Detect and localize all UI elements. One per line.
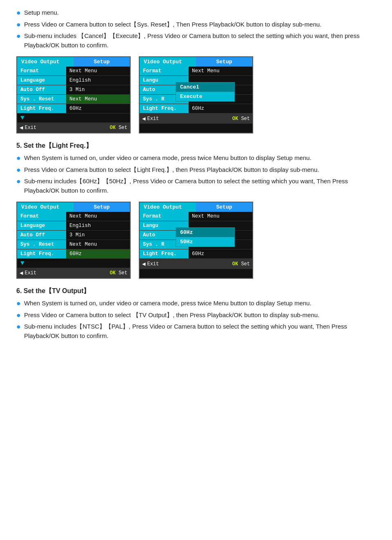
- section-6-heading: 6. Set the【TV Output】: [16, 287, 376, 296]
- cam-footer-lfr: ◀ Exit OK Set: [140, 259, 252, 269]
- cam-body-lf-r: Format Next Menu Langu Auto Sys . R nu L…: [140, 212, 252, 259]
- bullet-lf-2-text: Press Video or Camera button to select【L…: [24, 165, 376, 175]
- cam-cell-format-label: Format: [17, 67, 66, 76]
- cam-row-lf-lfl: Light Freq. 60Hz: [17, 249, 130, 259]
- bullet-lf-2: ● Press Video or Camera button to select…: [16, 165, 376, 175]
- section-5-title: Set the【Light Freq.】: [24, 142, 92, 149]
- bullet-lf-1-text: When System is turned on, under video or…: [24, 153, 376, 163]
- tv-output-section: 6. Set the【TV Output】 ● When System is t…: [16, 287, 376, 340]
- cam-set-label-lfr: Set: [241, 261, 250, 267]
- cam-header-video-output-r: Video Output: [140, 57, 196, 67]
- cam-row-light-freq: Light Freq. 60Hz: [17, 104, 130, 113]
- bullet-tv-3-text: Sub-menu includes【NTSC】【PAL】, Press Vide…: [24, 322, 376, 340]
- cam-down-arrow-lfl: ▼: [20, 260, 24, 267]
- cam-ui-lf-left: Video Output Setup Format Next Menu Lang…: [16, 202, 131, 279]
- cam-cell-lf-val-lfr: 60Hz: [189, 249, 252, 258]
- cam-cell-autooff-value: 3 Min: [66, 85, 130, 94]
- bullet-setup-menu-text: Setup menu.: [24, 8, 376, 18]
- dropdown-item-cancel[interactable]: Cancel: [176, 82, 234, 92]
- bullet-icon: ●: [16, 9, 21, 17]
- bullet-press-video: ● Press Video or Camera button to select…: [16, 20, 376, 29]
- cam-ok-button[interactable]: OK Set: [110, 125, 127, 131]
- cam-header-setup-r: Setup: [196, 57, 252, 67]
- sys-reset-dropdown[interactable]: Cancel Execute: [176, 82, 235, 102]
- cam-row-lf-lfr: Light Freq. 60Hz: [140, 249, 252, 259]
- bullet-tv-1-text: When System is turned on, under video or…: [24, 299, 376, 308]
- cam-cell-auto-lfl: Auto Off: [17, 231, 66, 240]
- cam-set-label: Set: [118, 125, 127, 131]
- bullet-sub-menu: ● Sub-menu includes 【Cancel】【Execute】, P…: [16, 31, 376, 50]
- cam-row-sys-reset: Sys . Reset Next Menu: [17, 95, 130, 104]
- cam-ok-lfl[interactable]: OK Set: [110, 270, 127, 276]
- cam-row-format-lfr: Format Next Menu: [140, 212, 252, 221]
- cam-exit-label: Exit: [24, 125, 36, 131]
- cam-header-s-lf-r: Setup: [196, 202, 252, 212]
- bullet-icon: ●: [16, 20, 21, 29]
- cam-cell-sysreset-value: Next Menu: [66, 95, 130, 104]
- cam-row-language: Language English: [17, 76, 130, 85]
- cam-body-right: Format Next Menu Langu Auto Sys . R nu L…: [140, 67, 252, 113]
- cam-cell-format-lfl: Format: [17, 212, 66, 221]
- cam-cell-language-value: English: [66, 76, 130, 85]
- cam-cell-language-label: Language: [17, 76, 66, 85]
- bullet-tv-3: ● Sub-menu includes【NTSC】【PAL】, Press Vi…: [16, 322, 376, 340]
- cam-exit-button-r[interactable]: ◀ Exit: [142, 115, 159, 122]
- cam-row-lang-lfl: Language English: [17, 221, 130, 231]
- cam-cell-lightfreq-value-r: 60Hz: [189, 104, 252, 113]
- cam-ok-label-lfl: OK: [110, 270, 116, 276]
- sys-reset-section: ● Setup menu. ● Press Video or Camera bu…: [16, 8, 376, 133]
- cam-exit-lfl[interactable]: ◀ Exit: [20, 269, 36, 276]
- section-6-title: Set the【TV Output】: [24, 287, 90, 294]
- cam-row-format: Format Next Menu: [17, 67, 130, 76]
- cam-exit-arrow-icon-r: ◀: [142, 115, 145, 122]
- cam-set-label-lfl: Set: [118, 270, 127, 276]
- cam-cell-format-value-r: Next Menu: [189, 67, 252, 76]
- dropdown-item-60hz[interactable]: 60Hz: [176, 228, 234, 237]
- cam-exit-label-lfr: Exit: [147, 261, 159, 267]
- cam-row-lightfreq-r: Light Freq. 60Hz: [140, 104, 252, 113]
- bullet-icon: ●: [16, 166, 21, 174]
- dropdown-item-execute[interactable]: Execute: [176, 92, 234, 101]
- cam-cell-format-label-r: Format: [140, 67, 189, 76]
- bullet-icon: ●: [16, 32, 21, 40]
- cam-cell-lang-val-lfl: English: [66, 221, 130, 230]
- cam-header-vo-lf-l: Video Output: [17, 202, 74, 212]
- cam-cell-format-val-lfr: Next Menu: [189, 212, 252, 221]
- cam-cell-lf-lfl: Light Freq.: [17, 249, 66, 258]
- cam-header-right: Video Output Setup: [140, 57, 252, 67]
- cam-exit-lfr[interactable]: ◀ Exit: [142, 260, 159, 267]
- bullet-tv-2-text: Press Video or Camera button to select 【…: [24, 311, 376, 320]
- cam-exit-arrow-lfr: ◀: [142, 260, 145, 267]
- cam-row-auto-lfl: Auto Off 3 Min: [17, 231, 130, 240]
- cam-cell-lf-val-lfl: 60Hz: [66, 249, 130, 258]
- cam-cell-sysreset-label: Sys . Reset: [17, 95, 66, 104]
- bullet-icon: ●: [16, 311, 21, 320]
- sys-reset-screenshots: Video Output Setup Format Next Menu Lang…: [16, 56, 376, 133]
- cam-exit-label-r: Exit: [147, 116, 159, 122]
- cam-header-lf-l: Video Output Setup: [17, 202, 130, 212]
- cam-header-video-output: Video Output: [17, 57, 74, 67]
- cam-cell-format-lfr: Format: [140, 212, 189, 221]
- cam-down-arrow-icon: ▼: [20, 114, 24, 122]
- cam-body: Format Next Menu Language English Auto O…: [17, 67, 130, 122]
- cam-exit-button[interactable]: ◀ Exit: [20, 124, 36, 131]
- dropdown-item-50hz[interactable]: 50Hz: [176, 237, 234, 247]
- light-freq-section: 5. Set the【Light Freq.】 ● When System is…: [16, 142, 376, 279]
- cam-cell-autooff-label: Auto Off: [17, 85, 66, 94]
- section-5-number: 5.: [16, 142, 22, 149]
- cam-set-label-r: Set: [241, 116, 250, 122]
- cam-ok-lfr[interactable]: OK Set: [232, 261, 250, 267]
- cam-row-format-lfl: Format Next Menu: [17, 212, 130, 221]
- cam-cell-lightfreq-value: 60Hz: [66, 104, 130, 113]
- cam-ok-button-r[interactable]: OK Set: [232, 116, 250, 122]
- cam-ok-label-r: OK: [232, 116, 238, 122]
- bullet-tv-2: ● Press Video or Camera button to select…: [16, 311, 376, 320]
- bullet-press-video-text: Press Video or Camera button to select【S…: [24, 20, 376, 29]
- cam-header: Video Output Setup: [17, 57, 130, 67]
- bullet-sub-menu-text: Sub-menu includes 【Cancel】【Execute】, Pre…: [24, 31, 376, 50]
- cam-row-auto-off: Auto Off 3 Min: [17, 85, 130, 95]
- bullet-icon: ●: [16, 322, 21, 331]
- light-freq-dropdown[interactable]: 60Hz 50Hz: [176, 227, 235, 247]
- cam-ui-sys-reset-left: Video Output Setup Format Next Menu Lang…: [16, 56, 131, 133]
- cam-ui-sys-reset-right: Video Output Setup Format Next Menu Lang…: [139, 56, 253, 133]
